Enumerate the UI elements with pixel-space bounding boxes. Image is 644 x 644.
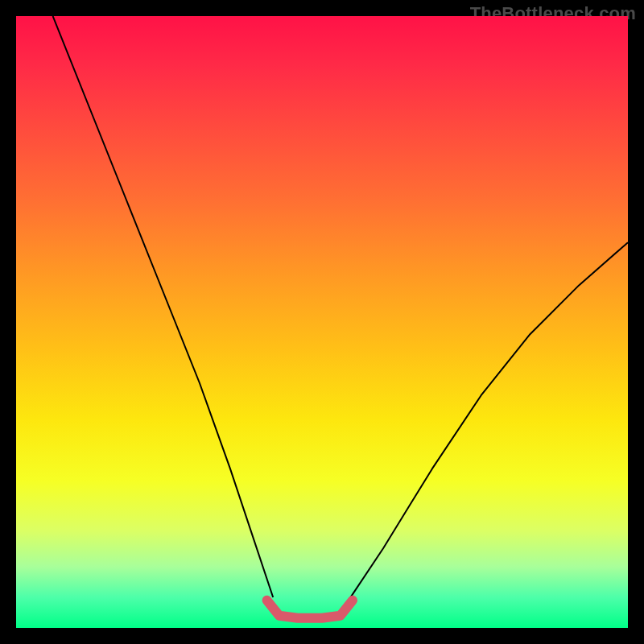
gradient-plot-area	[16, 16, 628, 628]
right-branch-line	[346, 242, 628, 603]
chart-stage: TheBottleneck.com	[0, 0, 644, 644]
bottom-highlight-line	[267, 601, 353, 618]
curve-overlay	[16, 16, 628, 628]
left-branch-line	[53, 16, 274, 597]
